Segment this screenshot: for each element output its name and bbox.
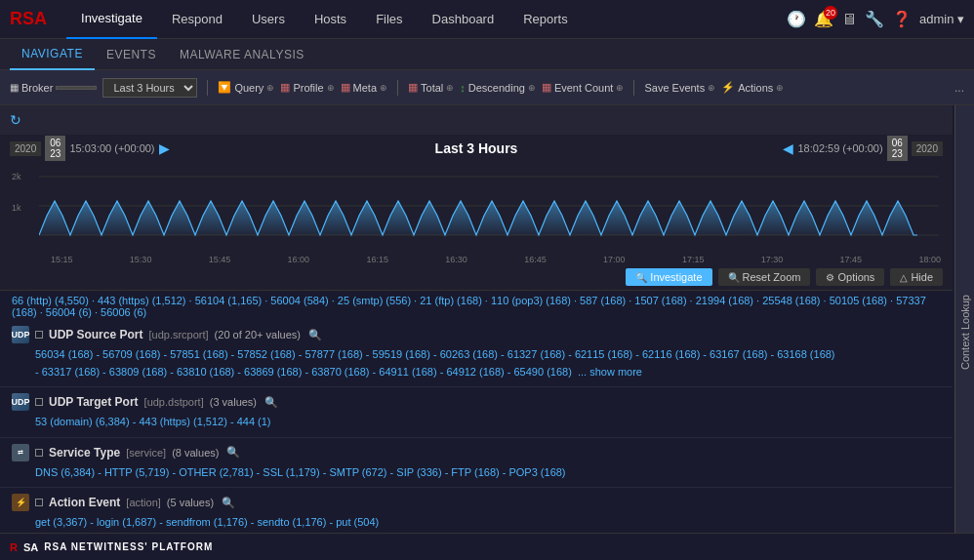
udp-src-val-8[interactable]: 61327 (168)	[507, 348, 565, 360]
tab-navigate[interactable]: NAVIGATE	[10, 39, 95, 70]
udp-src-val-11[interactable]: 63167 (168)	[710, 348, 767, 360]
save-events-btn[interactable]: Save Events ⊕	[644, 82, 715, 94]
act-val-4[interactable]: sendto (1,176)	[257, 516, 326, 528]
time-range-select[interactable]: Last 3 Hours	[102, 78, 197, 98]
chart-svg-container: 2k 1k	[0, 162, 953, 264]
act-val-1[interactable]: get (3,367)	[35, 516, 87, 528]
action-event-key: [action]	[126, 497, 160, 508]
udp-src-val-16[interactable]: 63869 (168)	[244, 366, 302, 378]
svc-val-6[interactable]: SIP (336)	[396, 466, 441, 478]
svc-val-4[interactable]: SSL (1,179)	[263, 466, 319, 478]
udp-src-val-12[interactable]: 63168 (168)	[777, 348, 834, 360]
monitor-icon[interactable]: 🖥	[841, 11, 857, 28]
nav-item-users[interactable]: Users	[237, 0, 300, 39]
udp-src-val-14[interactable]: 63809 (168)	[109, 366, 167, 378]
service-type-toggle[interactable]	[35, 449, 43, 457]
refresh-button[interactable]: ↻	[10, 112, 21, 128]
rsa-logo: RSA	[10, 9, 47, 29]
svc-val-2[interactable]: HTTP (5,719)	[104, 466, 169, 478]
svc-val-8[interactable]: POP3 (168)	[508, 466, 565, 478]
clock-icon[interactable]: 🕐	[787, 10, 806, 28]
toolbar-more[interactable]: ...	[954, 81, 964, 95]
udp-target-search-icon[interactable]: 🔍	[264, 396, 278, 409]
tab-events[interactable]: EVENTS	[95, 39, 168, 70]
chart-buttons: 🔍 Investigate 🔍 Reset Zoom ⚙ Options △ H…	[0, 264, 953, 290]
udp-src-val-1[interactable]: 56034 (168)	[35, 348, 93, 360]
udp-source-toggle[interactable]	[35, 331, 43, 339]
svc-val-7[interactable]: FTP (168)	[451, 466, 499, 478]
help-icon[interactable]: ❓	[892, 10, 912, 28]
service-type-search-icon[interactable]: 🔍	[226, 446, 240, 459]
action-event-search-icon[interactable]: 🔍	[222, 497, 235, 509]
nav-item-dashboard[interactable]: Dashboard	[418, 0, 509, 39]
hide-button[interactable]: △ Hide	[890, 268, 943, 286]
descending-btn[interactable]: ↕ Descending ⊕	[460, 82, 536, 94]
broker-item: ▦ Broker	[10, 82, 97, 94]
notification-badge: 20	[824, 6, 837, 20]
udp-dst-val-2[interactable]: 443 (https) (1,512)	[139, 416, 227, 427]
udp-src-val-13[interactable]: 63317 (168)	[42, 366, 100, 378]
act-val-2[interactable]: login (1,687)	[97, 516, 156, 528]
investigate-chart-button[interactable]: 🔍 Investigate	[626, 268, 711, 286]
udp-src-val-17[interactable]: 63870 (168)	[311, 366, 369, 378]
bottom-logo-text: RSA NETWITNESS' PLATFORM	[44, 541, 213, 552]
chart-end-time: ◀ 18:02:59 (+00:00) 0623 2020	[783, 136, 943, 161]
action-event-count: (5 values)	[167, 497, 214, 508]
udp-src-val-5[interactable]: 57877 (168)	[304, 348, 362, 360]
action-event-toggle[interactable]	[35, 499, 43, 506]
udp-source-values: 56034 (168) - 56709 (168) - 57851 (168) …	[12, 346, 941, 380]
tools-icon[interactable]: 🔧	[865, 10, 884, 28]
act-val-3[interactable]: sendfrom (1,176)	[166, 516, 248, 528]
service-type-values: DNS (6,384) - HTTP (5,719) - OTHER (2,78…	[12, 464, 941, 482]
udp-target-count: (3 values)	[210, 396, 257, 408]
admin-menu[interactable]: admin ▾	[919, 12, 964, 26]
separator-3	[633, 80, 634, 96]
context-lookup-panel[interactable]: Context Lookup	[954, 105, 974, 560]
tab-malware-analysis[interactable]: MALWARE ANALYSIS	[168, 39, 316, 70]
top-navigation: RSA Investigate Respond Users Hosts File…	[0, 0, 974, 39]
start-month-day: 0623	[45, 136, 65, 161]
udp-src-val-9[interactable]: 62115 (168)	[575, 348, 632, 360]
meta-btn[interactable]: ▦ Meta ⊕	[341, 81, 387, 94]
nav-item-reports[interactable]: Reports	[508, 0, 583, 39]
show-more-udp-src[interactable]: ... show more	[575, 366, 642, 378]
svc-val-3[interactable]: OTHER (2,781)	[179, 466, 253, 478]
udp-dst-val-3[interactable]: 444 (1)	[237, 416, 271, 427]
event-count-btn[interactable]: ▦ Event Count ⊕	[542, 81, 625, 94]
svc-val-5[interactable]: SMTP (672)	[329, 466, 386, 478]
udp-src-val-20[interactable]: 65490 (168)	[514, 366, 572, 378]
act-val-5[interactable]: put (504)	[336, 516, 379, 528]
main-toolbar: ▦ Broker Last 3 Hours 🔽 Query ⊕ ▦ Profil…	[0, 70, 974, 105]
query-btn[interactable]: 🔽 Query ⊕	[218, 81, 274, 94]
udp-src-val-7[interactable]: 60263 (168)	[440, 348, 498, 360]
broker-value[interactable]	[56, 86, 97, 90]
udp-src-val-10[interactable]: 62116 (168)	[642, 348, 700, 360]
chart-area: ↻ 2020 0623 15:03:00 (+00:00) ▶ Last 3 H…	[0, 105, 953, 291]
options-button[interactable]: ⚙ Options	[816, 268, 884, 286]
udp-source-search-icon[interactable]: 🔍	[308, 329, 322, 341]
udp-src-val-19[interactable]: 64912 (168)	[446, 366, 504, 378]
overflow-values: 66 (http) (4,550) · 443 (https) (1,512) …	[12, 295, 926, 318]
udp-target-toggle[interactable]	[35, 398, 43, 406]
nav-item-files[interactable]: Files	[361, 0, 417, 39]
profile-btn[interactable]: ▦ Profile ⊕	[280, 81, 334, 94]
udp-src-val-15[interactable]: 63810 (168)	[177, 366, 234, 378]
action-event-name: Action Event	[49, 496, 120, 509]
udp-src-val-4[interactable]: 57852 (168)	[237, 348, 295, 360]
notification-icon[interactable]: 🔔 20	[814, 10, 833, 28]
udp-src-val-3[interactable]: 57851 (168)	[170, 348, 227, 360]
actions-btn[interactable]: ⚡ Actions ⊕	[721, 81, 784, 94]
nav-item-hosts[interactable]: Hosts	[300, 0, 361, 39]
udp-dst-val-1[interactable]: 53 (domain) (6,384)	[35, 416, 130, 427]
udp-src-val-6[interactable]: 59519 (168)	[373, 348, 430, 360]
bottom-logo-r: R	[10, 541, 18, 553]
reset-zoom-button[interactable]: 🔍 Reset Zoom	[718, 268, 811, 286]
nav-items: Investigate Respond Users Hosts Files Da…	[66, 0, 787, 39]
udp-src-val-2[interactable]: 56709 (168)	[102, 348, 160, 360]
action-event-section: ⚡ Action Event [action] (5 values) 🔍 get…	[0, 488, 953, 539]
total-btn[interactable]: ▦ Total ⊕	[408, 81, 454, 94]
svc-val-1[interactable]: DNS (6,384)	[35, 466, 95, 478]
nav-item-investigate[interactable]: Investigate	[66, 0, 157, 39]
udp-src-val-18[interactable]: 64911 (168)	[379, 366, 436, 378]
nav-item-respond[interactable]: Respond	[157, 0, 237, 39]
